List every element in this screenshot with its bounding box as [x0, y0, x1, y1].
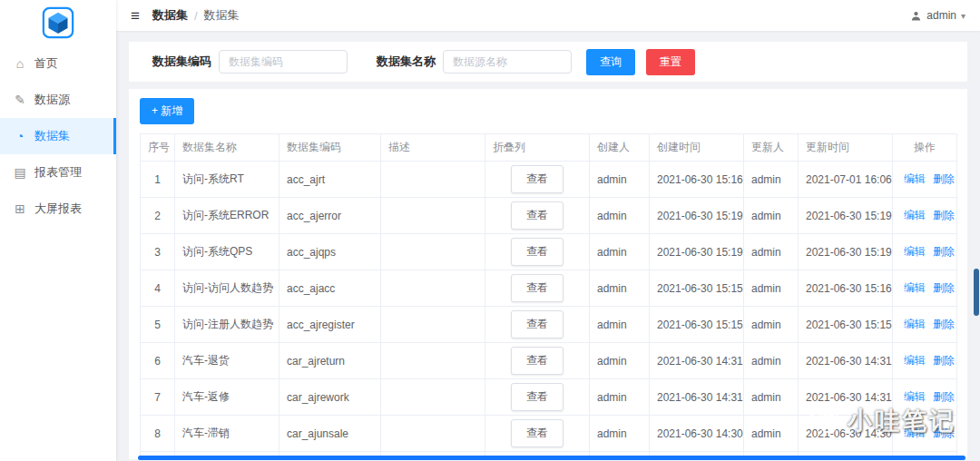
table-row: 8 汽车-滞销 car_ajunsale 查看 admin 2021-06-30… — [141, 416, 957, 452]
cell-index: 3 — [141, 234, 175, 270]
user-menu[interactable]: admin ▾ — [910, 9, 965, 22]
edit-link[interactable]: 编辑 — [904, 172, 926, 185]
table-row: 1 访问-系统RT acc_ajrt 查看 admin 2021-06-30 1… — [141, 162, 957, 198]
cell-updater: admin — [744, 416, 799, 452]
delete-link[interactable]: 删除 — [933, 427, 955, 439]
app-window: ⌂ 首页 ✎ 数据源 ◔ 数据集 ▤ 报表管理 ⊞ 大屏报表 ≡ 数据集 / 数… — [0, 0, 980, 461]
cell-name: 汽车-退货 — [175, 343, 279, 379]
cell-actions: 编辑删除 — [893, 234, 957, 270]
delete-link[interactable]: 删除 — [933, 354, 955, 367]
delete-link[interactable]: 删除 — [933, 281, 955, 294]
delete-link[interactable]: 删除 — [933, 390, 955, 403]
logo-cube-icon — [42, 6, 74, 39]
cell-update-time: 2021-07-01 16:06:00 — [799, 162, 893, 198]
delete-link[interactable]: 删除 — [933, 172, 955, 185]
cell-desc — [381, 234, 485, 270]
cell-actions: 编辑删除 — [893, 307, 957, 343]
view-button[interactable]: 查看 — [511, 238, 564, 266]
cell-actions: 编辑删除 — [893, 379, 957, 416]
edit-link[interactable]: 编辑 — [904, 209, 926, 221]
column-header-9: 操作 — [893, 134, 957, 162]
cell-desc — [381, 416, 485, 452]
sidebar-item-1[interactable]: ✎ 数据源 — [0, 82, 116, 118]
cell-collapse: 查看 — [485, 343, 590, 379]
sidebar-item-4[interactable]: ⊞ 大屏报表 — [0, 191, 116, 227]
view-button[interactable]: 查看 — [511, 347, 564, 375]
sidebar-menu: ⌂ 首页 ✎ 数据源 ◔ 数据集 ▤ 报表管理 ⊞ 大屏报表 — [0, 45, 116, 227]
table-row: 6 汽车-退货 car_ajreturn 查看 admin 2021-06-30… — [141, 343, 957, 379]
column-header-4: 折叠列 — [485, 134, 590, 162]
cell-update-time: 2021-06-30 15:19:06 — [799, 234, 893, 270]
cell-creator: admin — [590, 416, 650, 452]
edit-link[interactable]: 编辑 — [904, 354, 926, 367]
cell-collapse: 查看 — [485, 379, 590, 416]
cell-creator: admin — [590, 307, 650, 343]
dataset-name-input[interactable] — [443, 50, 572, 74]
cell-updater: admin — [744, 234, 799, 270]
horizontal-scrollbar-thumb[interactable] — [138, 456, 965, 460]
cell-update-time: 2021-06-30 14:30:46 — [799, 416, 893, 452]
cell-code: acc_ajacc — [279, 270, 381, 307]
cell-create-time: 2021-06-30 14:30:46 — [650, 416, 744, 452]
cell-index: 2 — [141, 198, 175, 234]
cell-create-time: 2021-06-30 15:19:06 — [650, 234, 744, 270]
cell-code: acc_ajqps — [279, 234, 381, 270]
hamburger-menu-icon[interactable]: ≡ — [131, 8, 140, 24]
add-button[interactable]: + 新增 — [140, 98, 194, 124]
cell-creator: admin — [590, 234, 650, 270]
cell-index: 8 — [141, 416, 175, 452]
column-header-0: 序号 — [141, 134, 175, 162]
dataset-code-input[interactable] — [219, 50, 348, 74]
column-header-5: 创建人 — [590, 134, 650, 162]
reset-button[interactable]: 重置 — [646, 49, 695, 75]
cell-code: acc_ajregister — [279, 307, 381, 343]
cell-collapse: 查看 — [485, 307, 590, 343]
cell-name: 访问-注册人数趋势 — [175, 307, 279, 343]
breadcrumb-separator: / — [194, 9, 198, 23]
delete-link[interactable]: 删除 — [933, 318, 955, 330]
cell-name: 访问-系统ERROR — [175, 198, 279, 234]
breadcrumb-page: 数据集 — [204, 7, 240, 24]
cell-create-time: 2021-06-30 15:15:55 — [650, 307, 744, 343]
delete-link[interactable]: 删除 — [933, 245, 955, 258]
cell-desc — [381, 307, 485, 343]
cell-create-time: 2021-06-30 15:19:33 — [650, 198, 744, 234]
sidebar-item-0[interactable]: ⌂ 首页 — [0, 45, 116, 82]
datasource-icon: ✎ — [13, 93, 27, 107]
column-header-3: 描述 — [381, 134, 485, 162]
cell-updater: admin — [744, 307, 799, 343]
edit-link[interactable]: 编辑 — [904, 318, 926, 330]
cell-desc — [381, 162, 485, 198]
view-button[interactable]: 查看 — [511, 310, 564, 338]
cell-updater: admin — [744, 162, 799, 198]
dataset-icon: ◔ — [13, 129, 27, 143]
sidebar-item-2[interactable]: ◔ 数据集 — [0, 118, 116, 154]
sidebar-item-3[interactable]: ▤ 报表管理 — [0, 154, 116, 191]
cell-name: 访问-系统RT — [175, 162, 279, 198]
view-button[interactable]: 查看 — [511, 419, 564, 447]
topbar: ≡ 数据集 / 数据集 admin ▾ — [116, 0, 980, 31]
app-logo[interactable] — [0, 0, 116, 45]
view-button[interactable]: 查看 — [511, 383, 564, 411]
home-icon: ⌂ — [13, 56, 27, 71]
dataset-table: 序号数据集名称数据集编码描述折叠列创建人创建时间更新人更新时间操作 1 访问-系… — [140, 133, 957, 459]
edit-link[interactable]: 编辑 — [904, 281, 926, 294]
view-button[interactable]: 查看 — [511, 274, 564, 302]
cell-update-time: 2021-06-30 15:19:33 — [799, 198, 893, 234]
edit-link[interactable]: 编辑 — [904, 390, 926, 403]
cell-creator: admin — [590, 343, 650, 379]
edit-link[interactable]: 编辑 — [904, 427, 926, 439]
content-area: 数据集编码 数据集名称 查询 重置 + 新增 序号数据集名称数据集编码描述折叠列… — [116, 31, 980, 461]
edit-link[interactable]: 编辑 — [904, 245, 926, 258]
view-button[interactable]: 查看 — [511, 201, 564, 230]
view-button[interactable]: 查看 — [511, 165, 564, 193]
query-button[interactable]: 查询 — [586, 49, 635, 75]
cell-code: car_ajreturn — [279, 343, 381, 379]
cell-create-time: 2021-06-30 15:16:37 — [650, 162, 744, 198]
cell-actions: 编辑删除 — [893, 343, 957, 379]
column-header-8: 更新时间 — [799, 134, 893, 162]
cell-update-time: 2021-06-30 14:31:16 — [799, 379, 893, 416]
cell-code: car_ajunsale — [279, 416, 381, 452]
vertical-scrollbar-thumb[interactable] — [974, 269, 979, 316]
delete-link[interactable]: 删除 — [933, 209, 955, 221]
